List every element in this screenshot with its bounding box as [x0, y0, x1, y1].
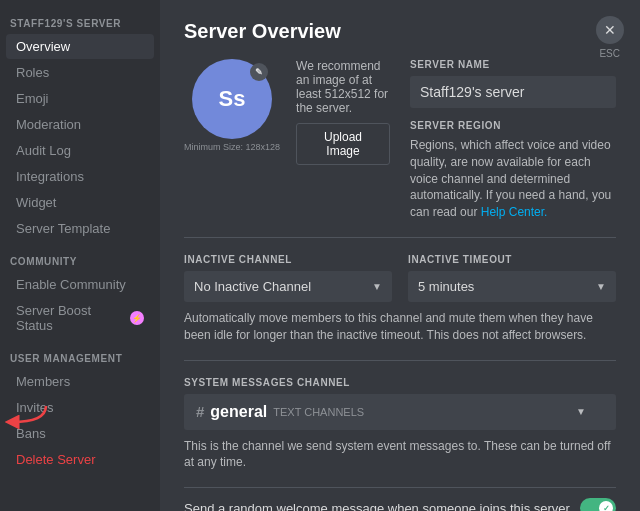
divider-2 — [184, 360, 616, 361]
toggle-welcome[interactable]: ✓ — [580, 498, 616, 511]
toggle-row-welcome: Send a random welcome message when someo… — [184, 487, 616, 511]
inactive-timeout-col: INACTIVE TIMEOUT 5 minutes ▼ — [408, 254, 616, 302]
system-messages-section: SYSTEM MESSAGES CHANNEL # general TEXT C… — [184, 377, 616, 511]
toggle-label-welcome: Send a random welcome message when someo… — [184, 501, 573, 511]
sidebar-item-members[interactable]: Members — [6, 369, 154, 394]
community-section-label: COMMUNITY — [0, 242, 160, 271]
sidebar-item-label: Delete Server — [16, 452, 95, 467]
hash-icon: # — [196, 403, 204, 420]
sidebar-item-overview[interactable]: Overview — [6, 34, 154, 59]
inactive-timeout-label: INACTIVE TIMEOUT — [408, 254, 616, 265]
left-column: Ss ✎ Minimum Size: 128x128 We recommend … — [184, 59, 390, 185]
sidebar-item-delete-server[interactable]: Delete Server — [6, 447, 154, 472]
inactive-channel-label: INACTIVE CHANNEL — [184, 254, 392, 265]
avatar-size-label: Minimum Size: 128x128 — [184, 142, 280, 152]
inactive-channel-select[interactable]: No Inactive Channel — [184, 271, 392, 302]
top-row: Ss ✎ Minimum Size: 128x128 We recommend … — [184, 59, 616, 221]
user-management-section-label: USER MANAGEMENT — [0, 339, 160, 368]
inactive-timeout-select[interactable]: 5 minutes — [408, 271, 616, 302]
avatar-initials: Ss — [219, 86, 246, 112]
sidebar-item-emoji[interactable]: Emoji — [6, 86, 154, 111]
server-name-field: SERVER NAME — [410, 59, 616, 108]
sidebar-item-label: Audit Log — [16, 143, 71, 158]
channel-category: TEXT CHANNELS — [273, 406, 364, 418]
sidebar-item-label: Enable Community — [16, 277, 126, 292]
close-button[interactable]: ✕ — [596, 16, 624, 44]
sidebar-item-audit-log[interactable]: Audit Log — [6, 138, 154, 163]
sidebar-item-label: Server Template — [16, 221, 110, 236]
esc-label: ESC — [599, 48, 620, 59]
sidebar: STAFF129'S SERVER Overview Roles Emoji M… — [0, 0, 160, 511]
main-content: ✕ ESC Server Overview Ss ✎ Minimum Size:… — [160, 0, 640, 511]
inactive-timeout-select-wrapper: 5 minutes ▼ — [408, 271, 616, 302]
sidebar-item-label: Members — [16, 374, 70, 389]
toggle-knob-welcome: ✓ — [599, 501, 613, 511]
sidebar-item-label: Roles — [16, 65, 49, 80]
region-description: Regions, which affect voice and video qu… — [410, 137, 616, 221]
system-channel-wrapper: # general TEXT CHANNELS ▼ — [184, 394, 616, 430]
page-title: Server Overview — [184, 20, 616, 43]
sidebar-item-server-boost-status[interactable]: Server Boost Status ⚡ — [6, 298, 154, 338]
sidebar-item-label: Integrations — [16, 169, 84, 184]
server-region-label: SERVER REGION — [410, 120, 616, 131]
sidebar-item-integrations[interactable]: Integrations — [6, 164, 154, 189]
sidebar-item-moderation[interactable]: Moderation — [6, 112, 154, 137]
system-channel-description: This is the channel we send system event… — [184, 438, 616, 472]
sidebar-item-roles[interactable]: Roles — [6, 60, 154, 85]
right-column: SERVER NAME SERVER REGION Regions, which… — [410, 59, 616, 221]
sidebar-item-label: Emoji — [16, 91, 49, 106]
sidebar-item-label: Moderation — [16, 117, 81, 132]
boost-badge: ⚡ — [130, 311, 144, 325]
help-center-link[interactable]: Help Center. — [481, 205, 548, 219]
upload-image-button[interactable]: Upload Image — [296, 123, 390, 165]
server-name-label: STAFF129'S SERVER — [0, 10, 160, 33]
arrow-indicator — [0, 402, 56, 430]
edit-avatar-icon[interactable]: ✎ — [250, 63, 268, 81]
inactive-channel-select-wrapper: No Inactive Channel ▼ — [184, 271, 392, 302]
inactive-row: INACTIVE CHANNEL No Inactive Channel ▼ I… — [184, 254, 616, 302]
system-messages-label: SYSTEM MESSAGES CHANNEL — [184, 377, 616, 388]
divider-1 — [184, 237, 616, 238]
server-region-field: SERVER REGION Regions, which affect voic… — [410, 120, 616, 221]
server-name-label: SERVER NAME — [410, 59, 616, 70]
channel-name: general — [210, 403, 267, 421]
server-icon-info: We recommend an image of at least 512x51… — [296, 59, 390, 165]
icon-recommendation-text: We recommend an image of at least 512x51… — [296, 59, 390, 115]
sidebar-item-label: Widget — [16, 195, 56, 210]
chevron-down-icon-3: ▼ — [576, 406, 586, 417]
sidebar-item-enable-community[interactable]: Enable Community — [6, 272, 154, 297]
sidebar-item-label: Overview — [16, 39, 70, 54]
inactive-description: Automatically move members to this chann… — [184, 310, 616, 344]
inactive-channel-col: INACTIVE CHANNEL No Inactive Channel ▼ — [184, 254, 392, 302]
sidebar-item-server-template[interactable]: Server Template — [6, 216, 154, 241]
server-icon-section: Ss ✎ Minimum Size: 128x128 We recommend … — [184, 59, 390, 165]
server-name-input[interactable] — [410, 76, 616, 108]
system-channel-select-box[interactable]: # general TEXT CHANNELS ▼ — [184, 394, 616, 430]
sidebar-item-widget[interactable]: Widget — [6, 190, 154, 215]
server-avatar[interactable]: Ss ✎ — [192, 59, 272, 139]
sidebar-item-label: Server Boost Status — [16, 303, 130, 333]
